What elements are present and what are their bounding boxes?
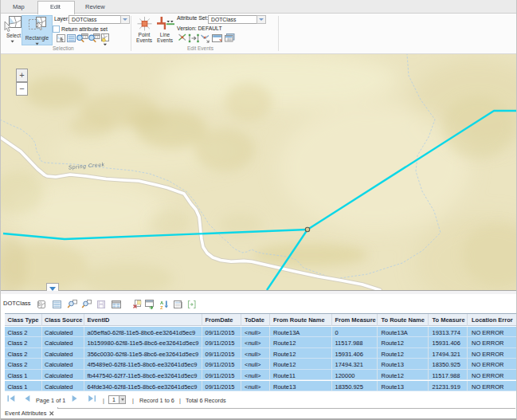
svg-text:Z: Z: [160, 305, 163, 310]
